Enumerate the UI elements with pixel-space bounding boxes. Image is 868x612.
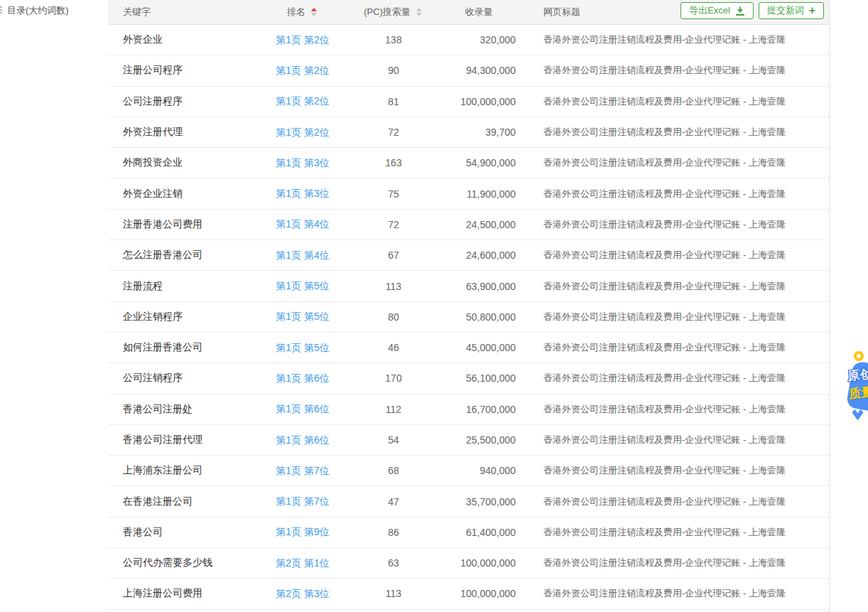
indexed-cell: 320,000 — [439, 34, 519, 45]
rank-link[interactable]: 第1页 第2位 — [276, 65, 329, 76]
rank-link[interactable]: 第1页 第3位 — [276, 157, 329, 168]
rank-link[interactable]: 第1页 第2位 — [276, 95, 329, 107]
keyword-cell: 公司注销程序 — [108, 372, 257, 385]
rank-link[interactable]: 第2页 第3位 — [276, 588, 329, 599]
submit-new-word-label: 提交新词 — [767, 4, 804, 17]
rank-cell: 第1页 第2位 — [257, 64, 348, 77]
pc-volume-cell: 72 — [348, 127, 439, 138]
rank-cell: 第1页 第5位 — [257, 310, 348, 323]
sort-asc-icon[interactable] — [416, 8, 422, 11]
rank-link[interactable]: 第1页 第7位 — [276, 495, 329, 507]
rank-cell: 第1页 第2位 — [257, 95, 348, 108]
rank-link[interactable]: 第1页 第4位 — [276, 249, 329, 261]
page: 目录(大约词数) 关键字 排名 (PC)搜索量 收录量 网页标题 — [0, 0, 868, 612]
pc-volume-cell: 81 — [348, 96, 439, 107]
sort-desc-icon[interactable] — [311, 13, 317, 16]
keyword-cell: 公司代办需要多少钱 — [108, 557, 257, 569]
indexed-cell: 54,900,000 — [439, 157, 519, 168]
indexed-cell: 45,000,000 — [439, 342, 519, 353]
rank-cell: 第1页 第7位 — [257, 464, 348, 478]
table-row: 香港公司注册处 第1页 第6位 112 16,700,000 香港外资公司注册注… — [108, 394, 829, 425]
column-header-rank-label: 排名 — [287, 6, 305, 18]
indexed-cell: 94,300,000 — [439, 65, 519, 76]
rank-link[interactable]: 第1页 第2位 — [276, 127, 329, 138]
pc-volume-cell: 86 — [348, 527, 439, 538]
submit-new-word-button[interactable]: 提交新词 + — [759, 2, 824, 19]
column-header-keyword: 关键字 — [108, 6, 257, 18]
rank-link[interactable]: 第1页 第2位 — [276, 34, 329, 45]
table-row: 上海注册公司费用 第2页 第3位 113 100,000,000 香港外资公司注… — [108, 579, 829, 609]
keyword-cell: 外资注册代理 — [108, 126, 257, 139]
sidebar-title: 目录(大约词数) — [7, 4, 69, 17]
indexed-cell: 35,700,000 — [439, 496, 519, 508]
page-title-cell: 香港外资公司注册注销流程及费用-企业代理记账 - 上海壹隆 — [519, 587, 829, 600]
table-row: 公司注销程序 第1页 第6位 170 56,100,000 香港外资公司注册注销… — [108, 363, 829, 394]
rank-link[interactable]: 第1页 第7位 — [276, 465, 329, 476]
rank-link[interactable]: 第1页 第6位 — [276, 372, 329, 384]
export-excel-label: 导出Excel — [689, 4, 730, 17]
rank-link[interactable]: 第1页 第6位 — [276, 434, 329, 446]
rank-link[interactable]: 第1页 第6位 — [276, 403, 329, 414]
page-title-cell: 香港外资公司注册注销流程及费用-企业代理记账 - 上海壹隆 — [519, 341, 829, 354]
rank-cell: 第2页 第1位 — [257, 557, 348, 570]
keyword-cell: 公司注册程序 — [108, 95, 257, 108]
rank-link[interactable]: 第1页 第3位 — [276, 188, 329, 199]
indexed-cell: 63,900,000 — [439, 281, 519, 292]
table-row: 上海浦东注册公司 第1页 第7位 68 940,000 香港外资公司注册注销流程… — [108, 456, 829, 486]
rank-link[interactable]: 第1页 第5位 — [276, 311, 329, 322]
pc-volume-cell: 63 — [348, 557, 439, 569]
sort-control-rank[interactable] — [310, 6, 318, 18]
table-row: 香港公司 第1页 第9位 86 61,400,000 香港外资公司注册注销流程及… — [108, 517, 829, 548]
table-row: 注册香港公司费用 第1页 第4位 72 24,500,000 香港外资公司注册注… — [108, 210, 829, 240]
plus-icon: + — [809, 5, 815, 16]
pc-volume-cell: 47 — [348, 496, 439, 508]
pc-volume-cell: 80 — [348, 311, 439, 323]
column-header-pc-volume: (PC)搜索量 — [348, 6, 439, 18]
pc-volume-cell: 113 — [348, 281, 439, 292]
pc-volume-cell: 72 — [348, 219, 439, 230]
keyword-cell: 企业注销程序 — [108, 311, 257, 323]
sort-asc-active-icon[interactable] — [311, 8, 317, 11]
rank-cell: 第1页 第3位 — [257, 156, 348, 170]
table-row: 如何注册香港公司 第1页 第5位 46 45,000,000 香港外资公司注册注… — [108, 333, 829, 363]
rank-link[interactable]: 第1页 第5位 — [276, 280, 329, 291]
keyword-cell: 注册香港公司费用 — [108, 218, 257, 231]
pc-volume-cell: 112 — [348, 404, 439, 415]
keyword-cell: 注册流程 — [108, 280, 257, 293]
indexed-cell: 16,700,000 — [439, 404, 519, 415]
indexed-cell: 25,500,000 — [439, 434, 519, 446]
sort-control-pc-volume[interactable] — [415, 6, 423, 18]
keyword-cell: 上海浦东注册公司 — [108, 464, 257, 477]
pc-volume-cell: 46 — [348, 342, 439, 353]
keyword-cell: 外商投资企业 — [108, 156, 257, 169]
indexed-cell: 56,100,000 — [439, 372, 519, 384]
indexed-cell: 50,800,000 — [439, 311, 519, 323]
rank-cell: 第1页 第6位 — [257, 402, 348, 416]
sort-desc-icon[interactable] — [416, 13, 422, 16]
keyword-cell: 上海注册公司费用 — [108, 587, 257, 600]
rank-cell: 第1页 第5位 — [257, 279, 348, 293]
rank-cell: 第1页 第9位 — [257, 525, 348, 539]
indexed-cell: 39,700 — [439, 127, 519, 138]
indexed-cell: 100,000,000 — [439, 557, 519, 569]
page-title-cell: 香港外资公司注册注销流程及费用-企业代理记账 - 上海壹隆 — [519, 95, 829, 108]
rank-cell: 第1页 第2位 — [257, 126, 348, 139]
table-row: 公司注册程序 第1页 第2位 81 100,000,000 香港外资公司注册注销… — [108, 87, 829, 117]
export-excel-button[interactable]: 导出Excel — [680, 2, 754, 19]
column-header-indexed: 收录量 — [439, 6, 519, 18]
pc-volume-cell: 113 — [348, 588, 439, 599]
rank-link[interactable]: 第1页 第9位 — [276, 526, 329, 537]
page-title-cell: 香港外资公司注册注销流程及费用-企业代理记账 - 上海壹隆 — [519, 464, 829, 477]
rank-link[interactable]: 第1页 第4位 — [276, 218, 329, 230]
promo-sticker[interactable]: 原创 质量 — [847, 351, 868, 429]
table-row: 外资企业 第1页 第2位 138 320,000 香港外资公司注册注销流程及费用… — [108, 25, 829, 55]
sticker-ring-icon — [854, 351, 864, 361]
rank-link[interactable]: 第1页 第5位 — [276, 342, 329, 353]
keyword-cell: 外资企业 — [108, 33, 257, 46]
pc-volume-cell: 68 — [348, 465, 439, 476]
download-icon — [735, 6, 745, 16]
list-icon — [0, 6, 2, 15]
rank-link[interactable]: 第2页 第1位 — [276, 557, 329, 569]
page-title-cell: 香港外资公司注册注销流程及费用-企业代理记账 - 上海壹隆 — [519, 434, 829, 446]
indexed-cell: 24,600,000 — [439, 249, 519, 261]
